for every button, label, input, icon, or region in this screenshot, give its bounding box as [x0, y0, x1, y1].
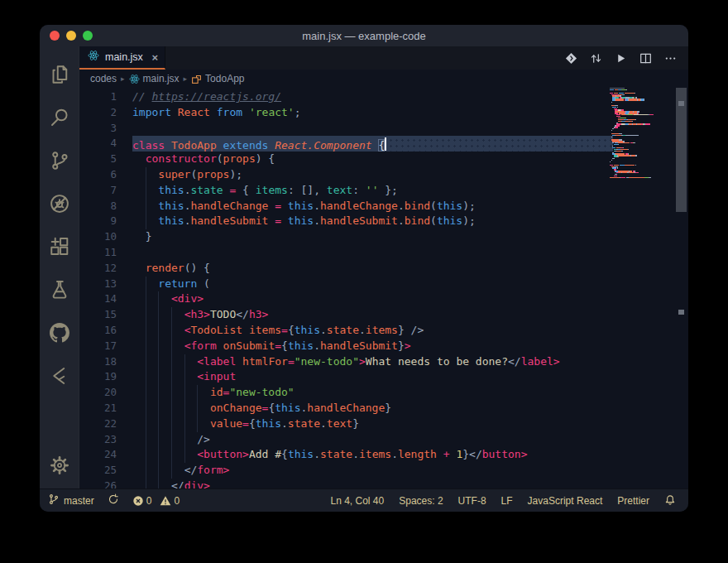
status-lf[interactable]: LF — [501, 495, 513, 507]
code-line-5[interactable]: 5 constructor(props) { — [79, 152, 688, 167]
status-utf-8[interactable]: UTF-8 — [458, 495, 486, 507]
minimize-window-button[interactable] — [66, 31, 76, 41]
breadcrumb-item-codes[interactable]: codes — [90, 73, 117, 84]
code-line-23[interactable]: 23 /> — [79, 432, 688, 448]
indent-guide — [158, 479, 159, 488]
indent-guide — [158, 447, 159, 463]
test-beaker-icon[interactable] — [40, 268, 79, 311]
github-icon[interactable] — [40, 311, 79, 354]
references-icon[interactable] — [40, 354, 79, 397]
code-line-17[interactable]: 17 <form onSubmit={this.handleSubmit}> — [79, 339, 688, 354]
indent-guide — [146, 479, 146, 488]
code-line-2[interactable]: 2import React from 'react'; — [79, 105, 688, 121]
line-number: 24 — [79, 447, 117, 463]
line-number: 10 — [79, 229, 117, 245]
code-line-1[interactable]: 1// https://reactjs.org/ — [79, 89, 688, 105]
code-line-22[interactable]: 22 value={this.state.text} — [79, 416, 688, 432]
status-ln-4-col-40[interactable]: Ln 4, Col 40 — [331, 495, 385, 507]
indent-guide — [158, 307, 159, 323]
search-icon[interactable] — [40, 96, 79, 139]
breadcrumb-item-todoapp[interactable]: TodoApp — [191, 73, 244, 84]
code-line-9[interactable]: 9 this.handleSubmit = this.handleSubmit.… — [79, 214, 688, 229]
code-line-3[interactable]: 3 — [79, 121, 688, 137]
indent-guide — [158, 385, 159, 401]
source-control-icon[interactable] — [40, 139, 79, 182]
code-line-24[interactable]: 24 <button>Add #{this.state.items.length… — [79, 447, 688, 463]
code-editor[interactable]: 1// https://reactjs.org/2import React fr… — [79, 88, 688, 488]
indent-guide — [146, 323, 146, 339]
code-area[interactable]: 1// https://reactjs.org/2import React fr… — [79, 89, 688, 488]
explorer-icon[interactable] — [40, 53, 79, 96]
line-number: 13 — [79, 277, 117, 292]
status-prettier[interactable]: Prettier — [617, 495, 649, 507]
status-javascript-react[interactable]: JavaScript React — [528, 495, 603, 507]
status-bar: master 0 0 Ln 4, Col 40Spaces: 2UTF-8LFJ… — [40, 488, 688, 512]
code-line-11[interactable]: 11 — [79, 245, 688, 261]
code-line-15[interactable]: 15 <h3>TODO</h3> — [79, 307, 688, 323]
error-count: 0 — [146, 495, 152, 507]
indent-guide — [146, 354, 146, 370]
indent-guide — [158, 354, 159, 370]
scrollbar-thumb[interactable] — [676, 88, 687, 212]
status-spaces-2[interactable]: Spaces: 2 — [399, 495, 443, 507]
line-number: 25 — [79, 463, 117, 479]
git-branch-status[interactable]: master — [48, 493, 94, 508]
minimap[interactable] — [610, 88, 673, 179]
line-number: 20 — [79, 385, 117, 401]
indent-guide — [158, 291, 159, 307]
code-line-4[interactable]: 4class TodoApp extends React.Component { — [79, 136, 688, 152]
debug-off-icon[interactable] — [40, 182, 79, 225]
code-line-8[interactable]: 8 this.handleChange = this.handleChange.… — [79, 199, 688, 214]
indent-guide — [146, 291, 146, 307]
settings-gear-icon[interactable] — [40, 449, 79, 482]
line-number: 7 — [79, 183, 117, 199]
code-line-12[interactable]: 12 render() { — [79, 261, 688, 277]
code-line-10[interactable]: 10 } — [79, 229, 688, 245]
code-line-6[interactable]: 6 super(props); — [79, 167, 688, 183]
line-number: 18 — [79, 354, 117, 370]
zoom-window-button[interactable] — [83, 31, 93, 41]
breadcrumb-item-main-jsx[interactable]: main.jsx — [129, 73, 180, 84]
split-editor-icon[interactable] — [639, 52, 652, 65]
notifications-bell-icon[interactable] — [664, 494, 677, 507]
code-line-26[interactable]: 26 </div> — [79, 479, 688, 488]
code-line-7[interactable]: 7 this.state = { items: [], text: '' }; — [79, 183, 688, 199]
title-bar: main.jsx — example-code — [40, 25, 688, 46]
scrollbar[interactable] — [674, 88, 688, 488]
code-line-25[interactable]: 25 </form> — [79, 463, 688, 479]
indent-guide — [146, 339, 146, 354]
run-code-icon[interactable] — [615, 52, 627, 65]
indent-guide — [197, 416, 198, 432]
problems-status[interactable]: 0 0 — [132, 495, 180, 507]
indent-guide — [146, 183, 146, 199]
indent-guide — [184, 447, 185, 463]
indent-guide — [146, 447, 146, 463]
indent-guide — [158, 401, 159, 416]
more-actions-icon[interactable] — [664, 52, 677, 65]
extensions-icon[interactable] — [40, 225, 79, 268]
code-line-20[interactable]: 20 id="new-todo" — [79, 385, 688, 401]
indent-guide — [171, 339, 172, 354]
close-window-button[interactable] — [50, 31, 60, 41]
indent-guide — [197, 401, 198, 416]
code-line-21[interactable]: 21 onChange={this.handleChange} — [79, 401, 688, 416]
indent-guide — [171, 432, 172, 448]
code-line-19[interactable]: 19 <input — [79, 369, 688, 385]
sync-status[interactable] — [108, 493, 119, 508]
indent-guide — [184, 385, 185, 401]
editor-actions — [565, 46, 688, 70]
indent-guide — [184, 432, 185, 448]
indent-guide — [146, 463, 146, 479]
tab-close-icon[interactable]: × — [151, 52, 158, 63]
tab-main-jsx[interactable]: main.jsx × — [79, 46, 165, 70]
tab-bar: main.jsx × — [79, 46, 688, 70]
code-line-18[interactable]: 18 <label htmlFor="new-todo">What needs … — [79, 354, 688, 370]
prettier-format-icon[interactable] — [565, 52, 577, 65]
overview-ruler-mark — [678, 101, 684, 106]
indent-guide — [171, 369, 172, 385]
code-line-13[interactable]: 13 return ( — [79, 277, 688, 292]
vscode-window: main.jsx — example-code main.jsx × codes… — [40, 25, 688, 512]
code-line-14[interactable]: 14 <div> — [79, 291, 688, 307]
compare-changes-icon[interactable] — [590, 52, 602, 65]
code-line-16[interactable]: 16 <TodoList items={this.state.items} /> — [79, 323, 688, 339]
